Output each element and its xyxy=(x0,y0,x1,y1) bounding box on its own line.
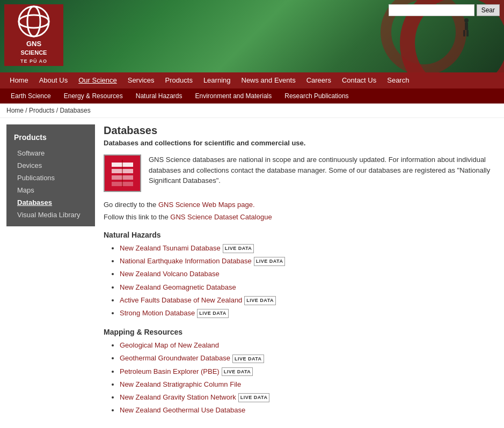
live-data-badge: LIVE DATA xyxy=(238,393,270,402)
live-data-badge: LIVE DATA xyxy=(223,244,254,253)
main-layout: Products Software Devices Publications M… xyxy=(0,118,504,425)
strong-motion-db-link[interactable]: Strong Motion Database xyxy=(120,309,195,317)
geological-map-link[interactable]: Geological Map of New Zealand xyxy=(120,341,219,349)
stratigraphic-column-link[interactable]: New Zealand Stratigraphic Column File xyxy=(120,380,241,388)
nav-careers[interactable]: Careers xyxy=(301,72,337,88)
nav-products[interactable]: Products xyxy=(160,72,198,88)
natural-hazards-heading: Natural Hazards xyxy=(104,231,498,239)
subnav-natural-hazards[interactable]: Natural Hazards xyxy=(129,88,189,104)
breadcrumb-home[interactable]: Home xyxy=(6,107,24,114)
web-maps-link-line: Go directly to the GNS Science Web Maps … xyxy=(104,201,498,209)
dataset-catalogue-link[interactable]: GNS Science Dataset Catalogue xyxy=(170,213,272,221)
list-item: Geothermal Groundwater DatabaseLIVE DATA xyxy=(120,353,498,363)
main-navigation: Home About Us Our Science Services Produ… xyxy=(0,72,504,88)
svg-point-6 xyxy=(19,6,49,36)
list-item: New Zealand Geomagnetic Database xyxy=(120,283,498,292)
list-item: New Zealand Gravity Station NetworkLIVE … xyxy=(120,393,498,402)
breadcrumb-products[interactable]: Products xyxy=(29,107,54,114)
breadcrumb-current: Databases xyxy=(60,107,90,114)
list-item: New Zealand Volcano Database xyxy=(120,269,498,279)
subnav-energy[interactable]: Energy & Resources xyxy=(57,88,129,104)
search-button[interactable]: Sear xyxy=(477,4,500,16)
sidebar-title: Products xyxy=(6,130,95,147)
svg-point-8 xyxy=(19,15,49,28)
intro-block: GNS Science databases are national in sc… xyxy=(104,154,498,192)
geothermal-use-link[interactable]: New Zealand Geothermal Use Database xyxy=(120,406,245,414)
sidebar-item-databases[interactable]: Databases xyxy=(6,196,95,209)
sidebar-item-publications[interactable]: Publications xyxy=(6,172,95,184)
list-item: New Zealand Tsunami DatabaseLIVE DATA xyxy=(120,243,498,253)
natural-hazards-list: New Zealand Tsunami DatabaseLIVE DATA Na… xyxy=(104,243,498,318)
mapping-list: Geological Map of New Zealand Geothermal… xyxy=(104,341,498,415)
volcano-db-link[interactable]: New Zealand Volcano Database xyxy=(120,270,220,278)
list-item: National Earthquake Information Database… xyxy=(120,256,498,266)
subnav-earth-science[interactable]: Earth Science xyxy=(4,88,57,104)
list-item: New Zealand Geothermal Use Database xyxy=(120,405,498,415)
search-area: Sear xyxy=(389,4,500,16)
breadcrumb: Home / Products / Databases xyxy=(0,104,504,118)
live-data-badge: LIVE DATA xyxy=(197,309,229,318)
list-item: Geological Map of New Zealand xyxy=(120,341,498,350)
sidebar-inner: Products Software Devices Publications M… xyxy=(6,124,95,226)
tsunami-db-link[interactable]: New Zealand Tsunami Database xyxy=(120,244,221,252)
geomagnetic-db-link[interactable]: New Zealand Geomagnetic Database xyxy=(120,283,236,291)
nav-about[interactable]: About Us xyxy=(34,72,73,88)
svg-rect-3 xyxy=(465,23,468,30)
header: GNS SCIENCE TE PŪ AO Sear xyxy=(0,0,504,72)
sidebar-item-visual-media[interactable]: Visual Media Library xyxy=(6,209,95,221)
content-area: Databases Databases and collections for … xyxy=(104,124,498,418)
petroleum-basin-link[interactable]: Petroleum Basin Explorer (PBE) xyxy=(120,367,220,375)
list-item: Petroleum Basin Explorer (PBE)LIVE DATA xyxy=(120,367,498,377)
page-title: Databases xyxy=(104,124,498,137)
live-data-badge: LIVE DATA xyxy=(232,355,264,364)
sidebar-item-maps[interactable]: Maps xyxy=(6,184,95,196)
live-data-badge: LIVE DATA xyxy=(254,257,286,266)
nav-news[interactable]: News and Events xyxy=(236,72,301,88)
svg-point-7 xyxy=(27,6,40,36)
search-input[interactable] xyxy=(389,4,474,16)
list-item: Active Faults Database of New ZealandLIV… xyxy=(120,296,498,305)
svg-rect-4 xyxy=(463,30,465,36)
gravity-station-link[interactable]: New Zealand Gravity Station Network xyxy=(120,393,236,401)
nav-services[interactable]: Services xyxy=(122,72,160,88)
intro-text: GNS Science databases are national in sc… xyxy=(149,154,498,192)
sidebar-item-software[interactable]: Software xyxy=(6,147,95,159)
geothermal-groundwater-link[interactable]: Geothermal Groundwater Database xyxy=(120,354,230,362)
mapping-resources-heading: Mapping & Resources xyxy=(104,328,498,336)
nav-contact[interactable]: Contact Us xyxy=(337,72,382,88)
dataset-catalogue-link-line: Follow this link to the GNS Science Data… xyxy=(104,213,498,221)
live-data-badge: LIVE DATA xyxy=(244,296,276,305)
nav-learning[interactable]: Learning xyxy=(198,72,236,88)
active-faults-db-link[interactable]: Active Faults Database of New Zealand xyxy=(120,296,242,304)
svg-point-2 xyxy=(464,18,469,23)
list-item: Strong Motion DatabaseLIVE DATA xyxy=(120,308,498,318)
database-image xyxy=(104,154,141,192)
subnav-environment[interactable]: Environment and Materials xyxy=(188,88,278,104)
sub-navigation: Earth Science Energy & Resources Natural… xyxy=(0,88,504,104)
web-maps-link[interactable]: GNS Science Web Maps page. xyxy=(158,201,255,209)
subnav-research[interactable]: Research Publications xyxy=(278,88,355,104)
list-item: New Zealand Stratigraphic Column File xyxy=(120,380,498,389)
logo-text: GNS SCIENCE TE PŪ AO xyxy=(20,40,47,65)
sidebar: Products Software Devices Publications M… xyxy=(6,124,95,418)
nav-our-science[interactable]: Our Science xyxy=(73,72,122,88)
logo[interactable]: GNS SCIENCE TE PŪ AO xyxy=(4,4,63,66)
nav-search[interactable]: Search xyxy=(382,72,414,88)
svg-rect-5 xyxy=(466,30,469,36)
sidebar-item-devices[interactable]: Devices xyxy=(6,159,95,172)
gns-logo-icon xyxy=(18,5,50,38)
page-subtitle: Databases and collections for scientific… xyxy=(104,139,498,147)
live-data-badge: LIVE DATA xyxy=(222,367,253,377)
db-icon-svg xyxy=(106,157,138,189)
nav-home[interactable]: Home xyxy=(4,72,34,88)
earthquake-db-link[interactable]: National Earthquake Information Database xyxy=(120,257,252,265)
